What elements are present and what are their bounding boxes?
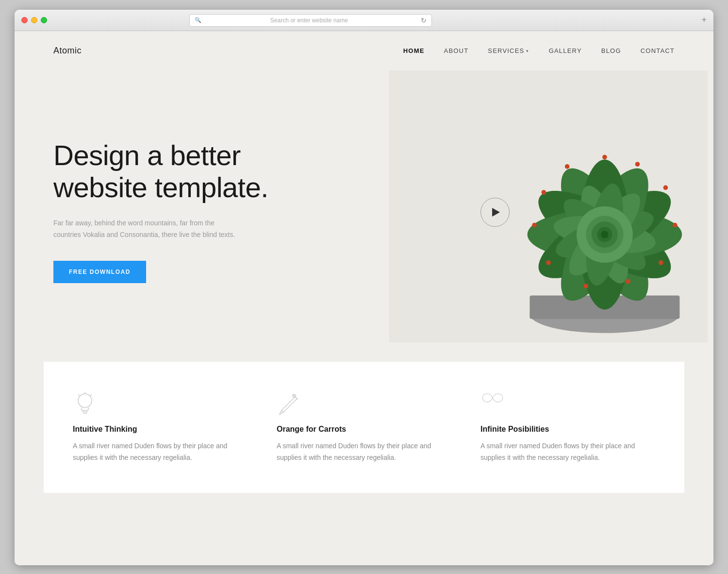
- svg-point-15: [565, 164, 570, 169]
- svg-line-47: [78, 394, 80, 396]
- feature-desc-infinity: A small river named Duden flows by their…: [480, 440, 655, 464]
- svg-point-16: [542, 190, 546, 195]
- hero-subtitle: Far far away, behind the word mountains,…: [53, 218, 238, 241]
- browser-window: 🔍 Search or enter website name ↻ + Atomi…: [15, 10, 713, 565]
- feature-title-carrots: Orange for Carrots: [277, 425, 451, 434]
- svg-point-18: [546, 260, 551, 265]
- website-content: Atomic HOME ABOUT SERVICES ▾ GALLERY BLO…: [15, 31, 713, 565]
- nav-links: HOME ABOUT SERVICES ▾ GALLERY BLOG CONTA…: [403, 47, 675, 54]
- svg-point-25: [602, 155, 607, 160]
- minimize-button[interactable]: [31, 17, 37, 23]
- feature-title-infinity: Infinite Posibilities: [480, 425, 655, 434]
- address-bar[interactable]: 🔍 Search or enter website name ↻: [189, 14, 432, 27]
- nav-link-blog[interactable]: BLOG: [601, 47, 621, 54]
- svg-point-42: [601, 231, 608, 238]
- search-icon: 🔍: [195, 17, 201, 23]
- hero-image: [383, 70, 713, 342]
- window-controls: [21, 17, 47, 23]
- svg-point-22: [673, 223, 678, 228]
- nav-link-gallery[interactable]: GALLERY: [549, 47, 582, 54]
- features-section: Intuitive Thinking A small river named D…: [44, 362, 684, 493]
- cta-button[interactable]: FREE DOWNLOAD: [53, 261, 146, 283]
- svg-line-48: [90, 394, 92, 396]
- hero-content: Design a betterwebsite template. Far far…: [53, 139, 296, 284]
- svg-point-23: [663, 186, 668, 190]
- svg-line-50: [283, 399, 297, 412]
- nav-link-contact[interactable]: CONTACT: [641, 47, 675, 54]
- chevron-down-icon: ▾: [526, 49, 529, 53]
- feature-card-thinking: Intuitive Thinking A small river named D…: [73, 391, 248, 464]
- feature-card-carrots: Orange for Carrots A small river named D…: [277, 391, 451, 464]
- addressbar-text: Search or enter website name: [204, 17, 414, 24]
- refresh-icon[interactable]: ↻: [421, 17, 427, 24]
- svg-point-19: [583, 284, 588, 288]
- nav-link-services[interactable]: SERVICES ▾: [488, 47, 529, 54]
- feature-title-thinking: Intuitive Thinking: [73, 425, 248, 434]
- hero-section: Design a betterwebsite template. Far far…: [15, 70, 713, 342]
- site-logo[interactable]: Atomic: [53, 46, 82, 56]
- svg-line-49: [281, 397, 295, 410]
- play-icon: [492, 208, 500, 217]
- browser-titlebar: 🔍 Search or enter website name ↻ +: [15, 10, 713, 31]
- feature-card-infinity: Infinite Posibilities A small river name…: [480, 391, 655, 464]
- pencil-icon: [277, 391, 301, 415]
- hero-title: Design a betterwebsite template.: [53, 139, 296, 204]
- infinity-icon: [480, 391, 505, 415]
- nav-link-home[interactable]: HOME: [403, 47, 425, 54]
- nav-link-about[interactable]: ABOUT: [444, 47, 469, 54]
- navigation: Atomic HOME ABOUT SERVICES ▾ GALLERY BLO…: [15, 31, 713, 70]
- feature-desc-thinking: A small river named Duden flows by their…: [73, 440, 248, 464]
- feature-desc-carrots: A small river named Duden flows by their…: [277, 440, 451, 464]
- svg-point-17: [532, 223, 537, 228]
- svg-point-20: [626, 279, 630, 284]
- lightbulb-icon: [73, 391, 97, 415]
- svg-point-24: [635, 162, 640, 167]
- play-button[interactable]: [480, 198, 510, 227]
- svg-point-43: [78, 394, 92, 407]
- fullscreen-button[interactable]: [41, 17, 47, 23]
- svg-point-21: [659, 260, 663, 265]
- new-tab-button[interactable]: +: [701, 15, 707, 25]
- close-button[interactable]: [21, 17, 28, 23]
